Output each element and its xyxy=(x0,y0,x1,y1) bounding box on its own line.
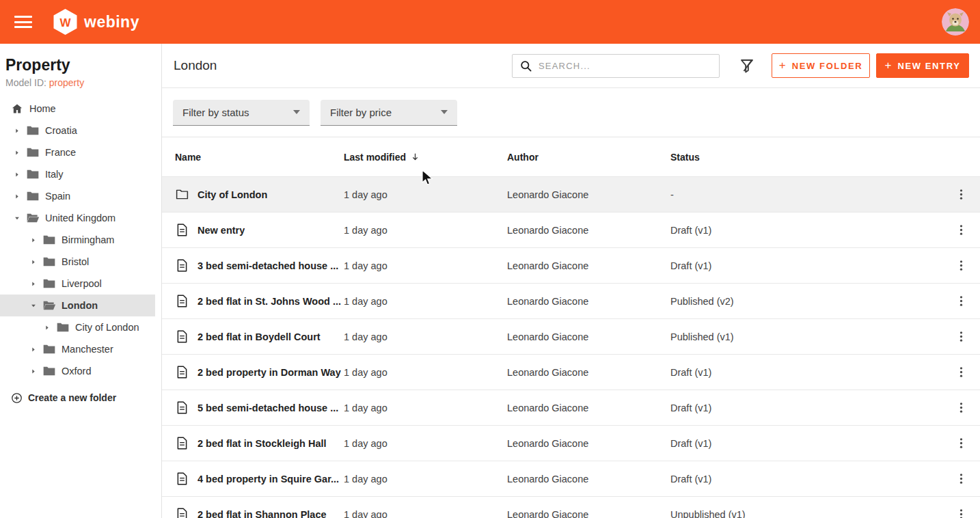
row-name[interactable]: 2 bed flat in Stockleigh Hall xyxy=(198,438,327,449)
document-icon xyxy=(175,329,189,344)
sidebar-item-oxford[interactable]: Oxford xyxy=(0,360,161,382)
row-name[interactable]: New entry xyxy=(198,225,245,236)
sidebar-item-label: City of London xyxy=(75,322,139,333)
sidebar-item-italy[interactable]: Italy xyxy=(0,163,161,185)
kebab-menu-icon[interactable] xyxy=(951,469,970,489)
chevron-right-icon[interactable] xyxy=(30,258,37,265)
sidebar-item-city-of-london[interactable]: City of London xyxy=(0,316,161,338)
sidebar-item-france[interactable]: France xyxy=(0,141,161,163)
plus-icon: + xyxy=(779,59,786,72)
sort-descending-icon[interactable] xyxy=(410,152,420,162)
row-name[interactable]: 3 bed semi-detached house ... xyxy=(198,260,338,271)
table-row[interactable]: 3 bed semi-detached house ... 1 day ago … xyxy=(162,247,980,283)
table-row[interactable]: City of London 1 day ago Leonardo Giacon… xyxy=(162,176,980,212)
folder-icon xyxy=(42,342,56,356)
chevron-right-icon[interactable] xyxy=(30,346,37,353)
row-name[interactable]: 4 bed property in Squire Gar... xyxy=(198,474,339,485)
sidebar-item-birmingham[interactable]: Birmingham xyxy=(0,229,161,251)
row-modified: 1 day ago xyxy=(344,403,507,413)
row-name[interactable]: 5 bed semi-detached house ... xyxy=(198,403,338,413)
kebab-menu-icon[interactable] xyxy=(951,505,970,518)
row-name[interactable]: City of London xyxy=(198,189,267,200)
chevron-down-icon[interactable] xyxy=(30,302,37,309)
table-row[interactable]: 2 bed flat in Shannon Place 1 day ago Le… xyxy=(162,496,980,518)
sidebar-item-liverpool[interactable]: Liverpool xyxy=(0,273,161,295)
create-folder-label: Create a new folder xyxy=(28,392,116,403)
kebab-menu-icon[interactable] xyxy=(951,221,970,240)
new-folder-button[interactable]: + NEW FOLDER xyxy=(772,53,870,78)
table-row[interactable]: 2 bed property in Dorman Way 1 day ago L… xyxy=(162,354,980,390)
kebab-menu-icon[interactable] xyxy=(951,363,970,382)
row-name[interactable]: 2 bed property in Dorman Way xyxy=(198,367,341,378)
home-icon xyxy=(11,103,23,115)
kebab-menu-icon[interactable] xyxy=(951,327,970,346)
new-entry-button[interactable]: + NEW ENTRY xyxy=(876,53,969,78)
folder-icon xyxy=(42,364,56,378)
chevron-right-icon[interactable] xyxy=(14,193,21,200)
filter-price-label: Filter by price xyxy=(330,107,392,118)
row-status: Draft (v1) xyxy=(670,474,942,485)
filter-by-price-select[interactable]: Filter by price xyxy=(321,100,457,126)
sidebar-item-london[interactable]: London xyxy=(0,295,155,316)
table-row[interactable]: 2 bed flat in Boydell Court 1 day ago Le… xyxy=(162,318,980,354)
filter-toggle-icon[interactable] xyxy=(737,56,757,75)
kebab-menu-icon[interactable] xyxy=(951,434,970,453)
chevron-right-icon[interactable] xyxy=(30,280,37,287)
sidebar-item-label: Home xyxy=(29,103,56,114)
chevron-right-icon[interactable] xyxy=(30,368,37,374)
folder-outline-icon xyxy=(175,187,189,202)
row-author: Leonardo Giacone xyxy=(507,474,670,485)
menu-icon[interactable] xyxy=(14,16,32,28)
logo-wordmark: webiny xyxy=(84,13,139,31)
chevron-down-icon[interactable] xyxy=(14,215,21,221)
chevron-right-icon[interactable] xyxy=(14,171,21,178)
table-row[interactable]: 4 bed property in Squire Gar... 1 day ag… xyxy=(162,461,980,496)
filter-by-status-select[interactable]: Filter by status xyxy=(173,100,310,126)
table-row[interactable]: New entry 1 day ago Leonardo Giacone Dra… xyxy=(162,212,980,247)
sidebar-item-home[interactable]: Home xyxy=(0,98,161,120)
table-row[interactable]: 2 bed flat in Stockleigh Hall 1 day ago … xyxy=(162,425,980,461)
sidebar-item-manchester[interactable]: Manchester xyxy=(0,338,161,360)
kebab-menu-icon[interactable] xyxy=(951,398,970,418)
model-id-link[interactable]: property xyxy=(49,77,84,88)
filter-bar: Filter by status Filter by price xyxy=(162,88,980,137)
sidebar-item-croatia[interactable]: Croatia xyxy=(0,120,161,141)
chevron-right-icon[interactable] xyxy=(30,236,37,243)
column-status[interactable]: Status xyxy=(670,152,942,163)
column-name[interactable]: Name xyxy=(162,152,344,163)
sidebar-item-label: Bristol xyxy=(62,256,89,267)
folder-icon xyxy=(26,124,40,137)
table-row[interactable]: 5 bed semi-detached house ... 1 day ago … xyxy=(162,390,980,425)
sidebar-item-united-kingdom[interactable]: United Kingdom xyxy=(0,207,161,229)
table-row[interactable]: 2 bed flat in St. Johns Wood ... 1 day a… xyxy=(162,283,980,318)
row-name[interactable]: 2 bed flat in Shannon Place xyxy=(198,509,327,518)
kebab-menu-icon[interactable] xyxy=(951,256,970,275)
column-author[interactable]: Author xyxy=(507,152,670,163)
document-icon xyxy=(175,472,189,486)
kebab-menu-icon[interactable] xyxy=(951,292,970,311)
kebab-menu-icon[interactable] xyxy=(951,185,970,204)
model-id-label: Model ID: xyxy=(5,77,49,88)
row-name[interactable]: 2 bed flat in Boydell Court xyxy=(198,331,321,342)
search-box[interactable] xyxy=(512,54,720,78)
sidebar-item-spain[interactable]: Spain xyxy=(0,185,161,207)
row-modified: 1 day ago xyxy=(344,296,507,307)
sidebar-item-label: Manchester xyxy=(62,344,113,355)
sidebar-item-bristol[interactable]: Bristol xyxy=(0,251,161,273)
column-last-modified[interactable]: Last modified xyxy=(344,152,507,163)
sidebar-item-label: Spain xyxy=(45,191,70,202)
row-name[interactable]: 2 bed flat in St. Johns Wood ... xyxy=(198,296,341,307)
row-status: Published (v2) xyxy=(670,296,942,307)
search-input[interactable] xyxy=(539,61,712,71)
sidebar-item-label: Italy xyxy=(45,169,64,180)
chevron-right-icon[interactable] xyxy=(14,127,21,134)
folder-icon xyxy=(26,146,40,159)
chevron-right-icon[interactable] xyxy=(44,324,51,331)
user-avatar[interactable] xyxy=(942,8,969,36)
sidebar-item-label: United Kingdom xyxy=(45,213,115,223)
create-folder-button[interactable]: Create a new folder xyxy=(0,387,161,408)
chevron-right-icon[interactable] xyxy=(14,149,21,156)
row-status: Draft (v1) xyxy=(670,438,942,449)
row-status: Draft (v1) xyxy=(670,260,942,271)
row-modified: 1 day ago xyxy=(344,509,507,518)
